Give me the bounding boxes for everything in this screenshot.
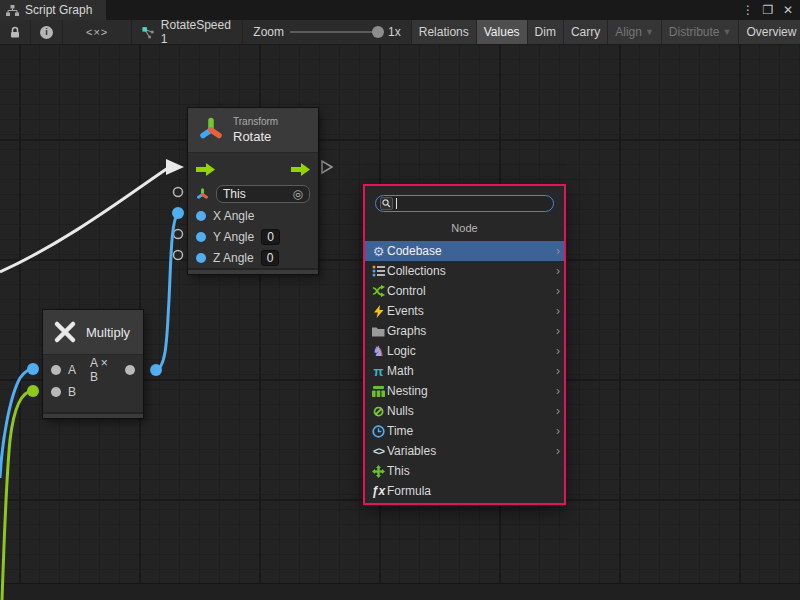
transform-icon — [198, 117, 224, 143]
angle-brackets-icon: <> — [370, 445, 387, 457]
output-dot[interactable] — [125, 365, 135, 375]
z-angle-dot[interactable] — [196, 253, 206, 263]
branch-icon — [370, 285, 387, 297]
overview-button[interactable]: Overview — [738, 20, 800, 44]
maximize-icon[interactable]: ❐ — [760, 1, 776, 19]
chevron-right-icon: › — [556, 304, 560, 318]
rotate-node-title: Rotate — [233, 129, 278, 144]
input-b-dot[interactable] — [51, 387, 61, 397]
close-icon[interactable]: ✕ — [780, 1, 796, 19]
chevron-right-icon: › — [556, 264, 560, 278]
list-item-math[interactable]: π Math› — [365, 361, 564, 381]
clock-icon — [370, 425, 387, 438]
list-item-formula[interactable]: ƒx Formula — [365, 481, 564, 501]
input-a-dot[interactable] — [51, 365, 61, 375]
list-item-control[interactable]: Control› — [365, 281, 564, 301]
multiply-node-body: A A × B B — [43, 355, 143, 412]
inspect-button[interactable]: i — [31, 20, 63, 44]
knight-icon: ♞ — [370, 343, 387, 359]
b-row[interactable]: B — [43, 381, 143, 403]
search-icon — [380, 197, 393, 210]
lock-button[interactable] — [0, 20, 31, 44]
chevron-right-icon: › — [556, 344, 560, 358]
zoom-label: Zoom — [253, 25, 284, 39]
this-row: This ◎ — [188, 183, 318, 205]
list-item-variables[interactable]: <> Variables› — [365, 441, 564, 461]
menu-icon[interactable]: ⋮ — [740, 1, 756, 19]
graph-asset-icon — [142, 26, 155, 39]
zoom-slider[interactable] — [290, 26, 382, 38]
list-item-logic[interactable]: ♞ Logic› — [365, 341, 564, 361]
distribute-button: Distribute▼ — [661, 20, 739, 44]
zoom-slider-handle[interactable] — [372, 26, 384, 38]
unity-script-graph-window: Script Graph ⋮ ❐ ✕ i <×> — [0, 0, 800, 600]
chevron-right-icon: › — [556, 424, 560, 438]
chevron-right-icon: › — [556, 244, 560, 258]
move-arrows-icon — [370, 465, 387, 478]
rotate-node-body: This ◎ X Angle Y Angle 0 Z Angle 0 — [188, 153, 318, 268]
flow-out-arrow-icon[interactable] — [291, 163, 310, 176]
y-angle-label: Y Angle — [213, 230, 254, 244]
graph-breadcrumb[interactable]: RotateSpeed 1 — [132, 20, 243, 44]
dim-button[interactable]: Dim — [527, 20, 563, 44]
x-angle-dot[interactable] — [196, 211, 206, 221]
tab-script-graph[interactable]: Script Graph — [0, 0, 106, 20]
values-button[interactable]: Values — [476, 20, 527, 44]
chevron-down-icon: ▼ — [723, 27, 732, 37]
list-item-nesting[interactable]: Nesting› — [365, 381, 564, 401]
chevron-right-icon: › — [556, 364, 560, 378]
rotate-node-header: Transform Rotate — [188, 108, 318, 153]
node-search-input[interactable] — [375, 195, 554, 212]
chevron-right-icon: › — [556, 284, 560, 298]
y-angle-row[interactable]: Y Angle 0 — [188, 226, 318, 247]
list-item-graphs[interactable]: Graphs› — [365, 321, 564, 341]
multiply-node-header: Multiply — [43, 310, 143, 355]
x-angle-label: X Angle — [213, 209, 254, 223]
multiply-node-title: Multiply — [86, 325, 130, 340]
rotate-node-footer — [188, 268, 318, 274]
transform-mini-icon — [196, 188, 209, 201]
list-item-codebase[interactable]: ⚙ Codebase› — [365, 241, 564, 261]
x-angle-row[interactable]: X Angle — [188, 205, 318, 226]
z-angle-label: Z Angle — [213, 251, 254, 265]
this-object-field[interactable]: This ◎ — [216, 185, 310, 203]
chevron-right-icon: › — [556, 384, 560, 398]
align-button: Align▼ — [607, 20, 661, 44]
multiply-node-footer — [43, 412, 143, 418]
list-item-nulls[interactable]: ⊘ Nulls› — [365, 401, 564, 421]
list-item-this[interactable]: This — [365, 461, 564, 481]
fuzzy-finder-popup: Node ⚙ Codebase› Collections› Control› — [363, 184, 566, 505]
node-multiply[interactable]: Multiply A A × B B — [43, 310, 143, 418]
formula-icon: ƒx — [370, 484, 387, 498]
flow-in-arrow-icon[interactable] — [196, 163, 215, 176]
a-row[interactable]: A A × B — [43, 359, 143, 381]
z-angle-row[interactable]: Z Angle 0 — [188, 247, 318, 268]
graph-name: RotateSpeed 1 — [161, 18, 233, 46]
chevron-right-icon: › — [556, 324, 560, 338]
code-view-button[interactable]: <×> — [63, 20, 132, 44]
object-picker-icon[interactable]: ◎ — [293, 187, 303, 201]
toolbar: i <×> RotateSpeed 1 Zoom 1x Relations Va… — [0, 20, 800, 45]
null-icon: ⊘ — [370, 403, 387, 419]
list-item-time[interactable]: Time› — [365, 421, 564, 441]
carry-button[interactable]: Carry — [563, 20, 607, 44]
input-b-label: B — [68, 385, 76, 399]
titlebar: Script Graph ⋮ ❐ ✕ — [0, 0, 800, 20]
zoom-value: 1x — [388, 25, 401, 39]
window-controls: ⋮ ❐ ✕ — [740, 0, 800, 20]
list-item-collections[interactable]: Collections› — [365, 261, 564, 281]
text-cursor — [396, 198, 397, 209]
multiply-icon — [53, 320, 77, 344]
relations-button[interactable]: Relations — [411, 20, 476, 44]
list-item-events[interactable]: Events› — [365, 301, 564, 321]
z-angle-value[interactable]: 0 — [261, 250, 280, 266]
popup-header: Node — [365, 214, 564, 241]
chevron-right-icon: › — [556, 404, 560, 418]
input-a-label: A — [68, 363, 76, 377]
flow-row — [188, 155, 318, 183]
node-transform-rotate[interactable]: Transform Rotate This ◎ — [188, 108, 318, 274]
canvas-bottom-edge — [0, 583, 800, 600]
y-angle-dot[interactable] — [196, 232, 206, 242]
list-icon — [370, 265, 387, 277]
y-angle-value[interactable]: 0 — [261, 229, 280, 245]
